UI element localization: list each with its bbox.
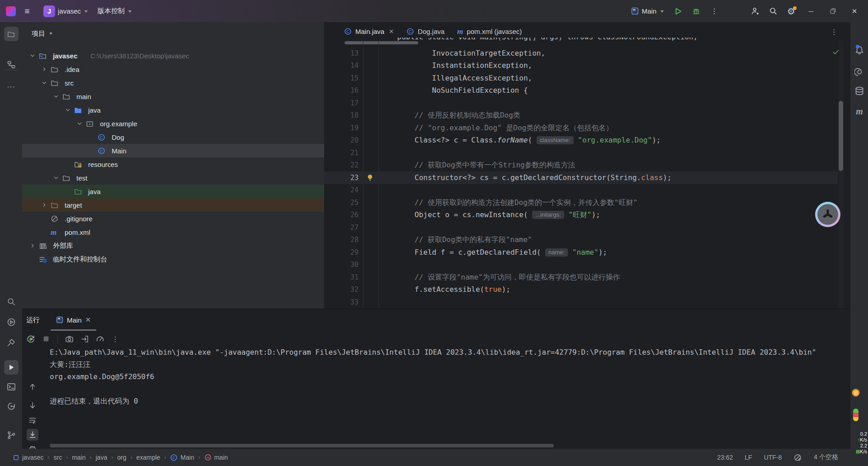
code-line-16[interactable]: 16 NoSuchFieldException { bbox=[324, 84, 840, 97]
notifications-tool-button[interactable] bbox=[852, 43, 867, 57]
code-line-20[interactable]: 20 Class<?> c = Class.forName( className… bbox=[324, 134, 840, 147]
editor-scrollbar-thumb[interactable] bbox=[839, 101, 843, 171]
stop-button[interactable] bbox=[40, 333, 52, 345]
indent-widget[interactable]: 4 个空格 bbox=[814, 453, 838, 461]
maven-tool-tool-button[interactable]: m bbox=[852, 104, 867, 119]
encoding-widget[interactable]: UTF-8 bbox=[764, 454, 782, 461]
console-horizontal-scrollbar[interactable] bbox=[50, 444, 554, 447]
git-tool-button[interactable] bbox=[4, 428, 19, 442]
console-output[interactable]: E:\Java_path\Java_11_win\bin\java.exe "-… bbox=[50, 346, 850, 441]
find-tool-button[interactable] bbox=[4, 295, 19, 309]
minimize-button[interactable]: ─ bbox=[801, 2, 821, 20]
more-vertical-button[interactable]: ⋮ bbox=[109, 333, 121, 345]
code-line-33[interactable]: 33 bbox=[324, 296, 840, 309]
breadcrumb-org[interactable]: org bbox=[117, 454, 126, 461]
tree-item-javasec[interactable]: javasecC:\Users\38123\Desktop\javasec bbox=[22, 49, 324, 62]
rerun-button[interactable] bbox=[25, 333, 37, 345]
up-button[interactable] bbox=[27, 381, 38, 393]
code-line-17[interactable]: 17 bbox=[324, 97, 840, 109]
breadcrumb-javasec[interactable]: javasec bbox=[13, 454, 43, 461]
chevron-down-icon[interactable] bbox=[76, 121, 83, 126]
highlighting-level-icon[interactable] bbox=[793, 453, 802, 462]
breadcrumb-java[interactable]: java bbox=[96, 454, 108, 461]
tree-item-src[interactable]: src bbox=[22, 76, 324, 90]
intention-bulb-icon[interactable] bbox=[366, 174, 374, 181]
softwrap-button[interactable] bbox=[27, 414, 38, 426]
breadcrumb-main[interactable]: mmain bbox=[204, 454, 228, 461]
export-button[interactable] bbox=[79, 333, 90, 345]
code-line-27[interactable]: 27 bbox=[324, 221, 840, 234]
tree-item-临时文件和控制台[interactable]: 临时文件和控制台 bbox=[22, 252, 324, 266]
code-line-15[interactable]: 15 IllegalAccessException, bbox=[324, 72, 840, 85]
editor-scrollbar-track[interactable] bbox=[839, 41, 844, 309]
chevron-down-icon[interactable] bbox=[52, 94, 60, 99]
tree-item-java[interactable]: java bbox=[22, 103, 324, 117]
main-menu-button[interactable]: ≡ bbox=[19, 4, 35, 19]
close-button[interactable]: ✕ bbox=[844, 2, 864, 20]
tree-item-.idea[interactable]: .idea bbox=[22, 62, 324, 76]
run-button[interactable] bbox=[670, 4, 686, 19]
code-line-31[interactable]: 31 // 设置字段"name"为可访问，即使是私有字段也可以进行操作 bbox=[324, 271, 840, 284]
chevron-right-icon[interactable] bbox=[41, 202, 48, 208]
chevron-right-icon[interactable] bbox=[29, 243, 36, 248]
code-line-21[interactable]: 21 bbox=[324, 147, 840, 159]
caret-position-widget[interactable]: 23:62 bbox=[717, 454, 733, 461]
camera-button[interactable] bbox=[63, 333, 75, 345]
vcs-widget[interactable]: 版本控制 ▼ bbox=[93, 4, 137, 19]
more-actions-button[interactable]: ⋮ bbox=[706, 4, 722, 19]
line-separator-widget[interactable]: LF bbox=[745, 454, 752, 461]
tree-item-外部库[interactable]: 外部库 bbox=[22, 239, 324, 252]
tree-item-Dog[interactable]: CDog bbox=[22, 130, 324, 144]
code-view[interactable]: 13 InvocationTargetException,14 Instanti… bbox=[324, 22, 850, 309]
project-widget[interactable]: J javasec ▼ bbox=[39, 4, 93, 19]
code-line-28[interactable]: 28 // 获取Dog类中的私有字段"name" bbox=[324, 233, 840, 246]
code-line-30[interactable]: 30 bbox=[324, 258, 840, 271]
breadcrumb-example[interactable]: example bbox=[136, 454, 160, 461]
tree-item-target[interactable]: target bbox=[22, 198, 324, 212]
code-line-13[interactable]: 13 InvocationTargetException, bbox=[324, 47, 840, 60]
code-line-22[interactable]: 22 // 获取Dog类中带有一个String参数的构造方法 bbox=[324, 159, 840, 171]
overlay-status-capsule[interactable] bbox=[853, 409, 859, 421]
chevron-down-icon[interactable] bbox=[64, 107, 71, 113]
services-tool-button[interactable] bbox=[4, 315, 19, 329]
code-line-26[interactable]: 26 Object o = cs.newInstance( ...initarg… bbox=[324, 209, 840, 221]
more-tool-button[interactable]: ⋯ bbox=[4, 80, 19, 94]
code-line-19[interactable]: 19 // "org.example.Dog" 是Dog类的全限定名（包括包名） bbox=[324, 122, 840, 134]
tree-item-java[interactable]: java bbox=[22, 185, 324, 198]
database-tool-button[interactable] bbox=[852, 84, 867, 98]
terminal-tool-button[interactable] bbox=[4, 380, 19, 394]
scroll-end-button[interactable] bbox=[27, 429, 38, 441]
breadcrumb-main[interactable]: main bbox=[72, 454, 85, 461]
search-everywhere-button[interactable] bbox=[765, 4, 781, 19]
chevron-down-icon[interactable] bbox=[52, 175, 60, 181]
tree-item-pom.xml[interactable]: mpom.xml bbox=[22, 225, 324, 239]
code-with-me-button[interactable] bbox=[747, 4, 763, 19]
down-button[interactable] bbox=[27, 399, 38, 411]
floating-assistant-ball[interactable] bbox=[815, 202, 840, 227]
chevron-down-icon[interactable] bbox=[41, 80, 48, 86]
project-folder-tool-button[interactable] bbox=[4, 27, 19, 41]
tree-item-Main[interactable]: CMain bbox=[22, 144, 324, 157]
tree-item-.gitignore[interactable]: .gitignore bbox=[22, 212, 324, 225]
gauge-button[interactable] bbox=[94, 333, 106, 345]
code-line-24[interactable]: 24 bbox=[324, 184, 840, 196]
run-tool-button[interactable] bbox=[4, 360, 19, 375]
app-logo-icon[interactable] bbox=[3, 4, 19, 19]
profiler-tool-button[interactable] bbox=[4, 399, 19, 414]
code-line-18[interactable]: 18 // 使用反射机制动态加载Dog类 bbox=[324, 109, 840, 122]
settings-button[interactable]: ⚙ bbox=[783, 4, 799, 19]
run-tab-main[interactable]: Main ✕ bbox=[51, 309, 96, 331]
code-line-23[interactable]: 23 Constructor<?> cs = c.getDeclaredCons… bbox=[324, 171, 838, 184]
code-line-29[interactable]: 29 Field f = c.getDeclaredField( name: "… bbox=[324, 246, 840, 259]
overlay-security-icon[interactable] bbox=[851, 388, 860, 397]
chevron-down-icon[interactable] bbox=[29, 53, 36, 58]
restore-button[interactable] bbox=[823, 2, 843, 20]
run-config-widget[interactable]: Main ▼ bbox=[627, 4, 668, 19]
debug-button[interactable] bbox=[688, 4, 704, 19]
chevron-right-icon[interactable] bbox=[41, 67, 48, 72]
code-line-14[interactable]: 14 InstantiationException, bbox=[324, 59, 840, 72]
tree-item-resources[interactable]: resources bbox=[22, 157, 324, 171]
tree-item-test[interactable]: test bbox=[22, 171, 324, 185]
tree-item-main[interactable]: main bbox=[22, 90, 324, 103]
ai-assistant-tool-button[interactable] bbox=[852, 65, 867, 79]
